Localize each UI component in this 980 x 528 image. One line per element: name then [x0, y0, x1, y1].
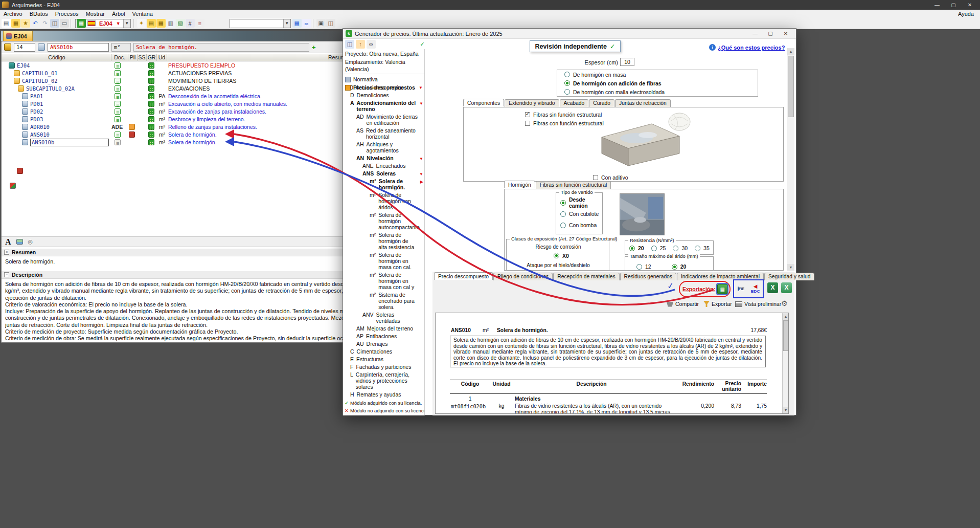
- catalog-item-selected[interactable]: m²Solera de hormigón.▶: [343, 177, 425, 191]
- radio-option[interactable]: 20: [672, 263, 687, 270]
- radio-option[interactable]: 35: [695, 245, 710, 252]
- catalog-item[interactable]: AMMejoras del terreno: [343, 324, 425, 332]
- riesgo-x0-option[interactable]: X0: [554, 251, 569, 260]
- catalog-item[interactable]: EEstructuras: [343, 355, 425, 363]
- column-header[interactable]: Código: [3, 54, 111, 61]
- add-concept-icon[interactable]: +: [312, 43, 316, 51]
- radio-icon[interactable]: [560, 211, 566, 217]
- radio-option[interactable]: 12: [636, 263, 651, 270]
- radio-option[interactable]: Con cubilote: [558, 208, 602, 219]
- generator-close-icon[interactable]: ✕: [778, 29, 793, 38]
- row-summary[interactable]: MOVIMIENTO DE TIERRAS: [168, 77, 236, 85]
- save-icon[interactable]: ◫: [50, 19, 59, 28]
- link-icon[interactable]: ∞: [302, 19, 311, 28]
- detail-tab[interactable]: Recepción de materiales: [553, 273, 619, 280]
- detail-tab[interactable]: Pliego de condiciones: [493, 273, 553, 280]
- font-icon[interactable]: A: [5, 237, 11, 247]
- prices-help-link[interactable]: ¿Qué son estos precios?: [718, 45, 785, 51]
- generator-minimize-icon[interactable]: —: [747, 29, 763, 38]
- radio-icon[interactable]: [560, 223, 566, 228]
- checkbox-icon[interactable]: [525, 112, 530, 117]
- print-preview-button[interactable]: Vista preliminar: [735, 301, 781, 307]
- espesor-input[interactable]: 10: [620, 58, 634, 66]
- export-button[interactable]: Exportar: [703, 301, 732, 307]
- radio-option[interactable]: Desde camión: [558, 197, 602, 208]
- radio-icon[interactable]: [636, 264, 642, 270]
- catalog-item[interactable]: ANSSoleras▼: [343, 169, 425, 177]
- row-summary[interactable]: Solera de hormigón.: [168, 131, 217, 139]
- detail-tab[interactable]: Seguridad y salud: [764, 273, 814, 280]
- component-tab[interactable]: Juntas de retracción: [615, 99, 671, 107]
- scrollbar-thumb[interactable]: [783, 320, 788, 351]
- column-header[interactable]: Pli: [128, 54, 138, 61]
- scroll-up-icon[interactable]: ▲: [783, 313, 789, 320]
- budget-combo[interactable]: ▦ EJ04 ▼ ▼: [75, 19, 131, 28]
- concept-unit-field[interactable]: m²: [111, 43, 131, 52]
- book-icon[interactable]: ▧: [176, 19, 185, 28]
- component-tab[interactable]: Acabado: [560, 99, 589, 107]
- radio-icon[interactable]: [673, 246, 678, 251]
- concept-summary-field[interactable]: Solera de hormigón.: [133, 43, 309, 52]
- open-budget-icon[interactable]: ▦: [11, 19, 20, 28]
- catalog-item[interactable]: 0Actuaciones previas: [343, 83, 425, 91]
- share-button[interactable]: Compartir: [667, 301, 699, 307]
- catalog-item[interactable]: CCimentaciones: [343, 347, 425, 355]
- excel-alt-export-icon[interactable]: X: [781, 282, 792, 293]
- catalog-item[interactable]: m²Solera de hormigón autocompactante: [343, 211, 425, 231]
- catalog-item[interactable]: DDemoliciones: [343, 91, 425, 99]
- fie-export-icon[interactable]: FIE: [735, 287, 747, 291]
- catalog-item[interactable]: AHAchiques y agotamientos: [343, 140, 425, 154]
- component-tab[interactable]: Componentes: [463, 99, 504, 106]
- row-code[interactable]: PD03: [30, 116, 43, 123]
- favorites-icon[interactable]: ★: [21, 19, 30, 28]
- catalog-item[interactable]: m²Solera de hormigón en masa con cal y: [343, 271, 425, 291]
- maximize-icon[interactable]: ▢: [945, 0, 962, 10]
- radio-icon[interactable]: [554, 253, 559, 258]
- row-code[interactable]: PA01: [30, 93, 43, 100]
- menu-ventana[interactable]: Ventana: [129, 11, 156, 17]
- budget-combo-dropdown-icon[interactable]: ▼: [123, 19, 130, 28]
- row-summary[interactable]: Excavación a cielo abierto, con medios m…: [168, 100, 287, 108]
- filter-combo[interactable]: ▼: [230, 19, 291, 28]
- catalog-item[interactable]: ANVSoleras ventiladas: [343, 311, 425, 324]
- catalog-item[interactable]: HRemates y ayudas: [343, 390, 425, 398]
- material-tab[interactable]: Fibras sin función estructural: [536, 181, 611, 189]
- new-document-icon[interactable]: ▤: [2, 19, 11, 28]
- info-icon[interactable]: i: [709, 44, 716, 51]
- concept-code-field[interactable]: ANS010b: [48, 43, 109, 52]
- cascade-windows-icon[interactable]: ▣: [316, 19, 326, 28]
- filter-combo-dropdown-icon[interactable]: ▼: [283, 19, 290, 28]
- row-code[interactable]: CAPITULO_01: [22, 70, 58, 77]
- menu-procesos[interactable]: Procesos: [52, 11, 82, 17]
- catalog-item[interactable]: ANEEncachados: [343, 162, 425, 169]
- upload-icon[interactable]: ↑: [356, 40, 365, 49]
- scrollbar-thumb[interactable]: [788, 56, 794, 117]
- search-icon[interactable]: ∞: [367, 40, 376, 49]
- menu-rbol[interactable]: Árbol: [108, 11, 129, 17]
- radio-option[interactable]: 30: [673, 245, 688, 252]
- detail-scrollbar[interactable]: ▲ ▼: [782, 313, 789, 413]
- row-code[interactable]: EJ04: [17, 62, 30, 70]
- attachment-icon[interactable]: ◎: [28, 238, 33, 245]
- catalog-item[interactable]: ANNivelación▼: [343, 154, 425, 162]
- column-header[interactable]: GR: [147, 54, 157, 61]
- radio-icon[interactable]: [560, 270, 565, 271]
- row-code[interactable]: PD01: [30, 100, 43, 108]
- normativa-item[interactable]: Normativa: [343, 75, 424, 83]
- concept-number-field[interactable]: 14: [14, 43, 35, 52]
- radio-option[interactable]: 25: [651, 245, 666, 252]
- row-code[interactable]: CAPITULO_02: [22, 77, 58, 85]
- radio-icon[interactable]: [695, 246, 700, 251]
- expand-triangle-icon[interactable]: ▼: [419, 101, 423, 107]
- arquimedes-export-icon[interactable]: ▦: [717, 284, 727, 294]
- row-summary[interactable]: Desbroce y limpieza del terreno.: [168, 116, 245, 123]
- excel-export-icon[interactable]: X: [767, 282, 778, 293]
- detail-tab[interactable]: Precio descompuesto: [434, 272, 493, 280]
- catalog-item[interactable]: m²Solera de hormigón en masa con cal.: [343, 251, 425, 271]
- radio-option[interactable]: De hormigón con malla electrosoldada: [557, 87, 758, 96]
- key-icon[interactable]: ✦: [137, 19, 146, 28]
- gear-icon[interactable]: ⚙: [781, 299, 788, 307]
- radio-icon[interactable]: [651, 246, 657, 251]
- row-code[interactable]: ADR010: [30, 123, 50, 131]
- row-code[interactable]: SUBCAPITULO_02A: [26, 85, 75, 93]
